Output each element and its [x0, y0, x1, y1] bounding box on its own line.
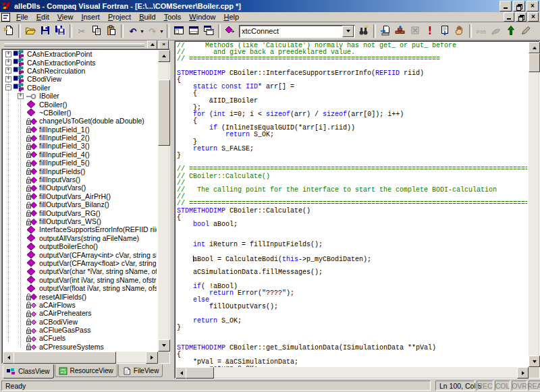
tree-vscroll-thumb[interactable] [158, 80, 170, 146]
tree-item-filloutputvars-rg[interactable]: fillOutputVars_RG() [3, 208, 157, 217]
wizardbar-combo[interactable]: xtcConnect [239, 25, 355, 38]
tree-hscrollbar[interactable] [3, 352, 158, 362]
tree-item-cboiler[interactable]: −CBoiler [3, 84, 157, 92]
close-button[interactable]: × [526, 1, 539, 11]
menu-help[interactable]: Help [219, 12, 243, 22]
tree-item-resetallfields[interactable]: resetAllFields() [3, 292, 157, 300]
toggle-output-button[interactable] [186, 24, 201, 38]
tree-scroll-down-button[interactable] [158, 339, 170, 352]
editor-scroll-down-button[interactable] [529, 356, 540, 367]
insert-breakpoint-button[interactable] [452, 24, 467, 38]
copy-button[interactable] [89, 24, 104, 38]
expand-box[interactable]: + [18, 93, 24, 99]
fortran-f95-button[interactable]: F95 [474, 24, 489, 38]
tree-item-cbodiview[interactable]: +CBodiView [3, 75, 157, 83]
tree-item-changeustoget-double-adouble[interactable]: changeUsToGet(double aDouble) [3, 117, 157, 125]
mdi-minimize-button[interactable] [504, 12, 514, 22]
editor-vscroll-thumb[interactable] [529, 53, 540, 72]
tree-item-outputvar-cfarray-float-cvar-string-sna[interactable]: outputVar(CFArray<float> cVar, string sN… [3, 259, 157, 267]
go-debug-button[interactable] [437, 24, 452, 38]
compile-button[interactable] [378, 24, 393, 38]
menu-tools[interactable]: Tools [160, 12, 186, 22]
save-button[interactable] [38, 24, 53, 38]
tree-item-fillinputfield-4[interactable]: fillInputField_4() [3, 150, 157, 159]
editor-scroll-right-button[interactable] [517, 367, 529, 379]
tree-item-acfluegaspass[interactable]: aCFlueGasPass [3, 326, 157, 334]
tree-vscrollbar[interactable] [158, 50, 169, 352]
new-file-button[interactable] [1, 24, 16, 38]
tree-hscroll-thumb[interactable] [14, 352, 116, 364]
pen-tool-button[interactable] [518, 24, 533, 38]
tree-item-fillinputfield-3[interactable]: fillInputField_3() [3, 142, 157, 150]
expand-box[interactable]: + [5, 76, 11, 82]
tree-item-outputvar-int-ivar-string-sname-ofstream[interactable]: outputVar(int iVar, string sName, ofstre… [3, 276, 157, 284]
collapse-box[interactable]: − [5, 84, 11, 90]
build-button[interactable] [393, 24, 408, 38]
restore-button[interactable] [513, 1, 525, 11]
menu-build[interactable]: Build [135, 12, 159, 22]
tree-item-filloutputvars-airprh[interactable]: fillOutputVars_AirPrH() [3, 192, 157, 200]
execute-program-button[interactable]: ! [423, 24, 437, 38]
tree-item-cashrecirculation[interactable]: +CAshRecirculation [3, 67, 157, 75]
tree-item-outputvar-float-ivar-string-sname-ofstrea[interactable]: outputVar(float iVar, string sName, ofst… [3, 284, 157, 292]
tab-classview[interactable]: ClassView [3, 364, 54, 379]
menu-project[interactable]: Project [104, 12, 135, 22]
tree-item-outputvar-cfarray-int-cvar-string-snam[interactable]: outputVar(CFArray<int> cVar, string sNam [3, 250, 157, 258]
find-in-files-button[interactable]: ? [356, 24, 371, 38]
menu-insert[interactable]: Insert [77, 12, 104, 22]
menu-view[interactable]: View [53, 12, 78, 22]
pane-close-button[interactable]: × [159, 40, 169, 49]
paste-button[interactable] [104, 24, 119, 38]
expand-box[interactable]: + [5, 59, 11, 65]
redo-button[interactable]: ↷ [145, 24, 160, 38]
editor-hscroll-thumb[interactable] [186, 367, 214, 379]
tree-item-cashextractionpoint[interactable]: +CAshExtractionPoint [3, 50, 157, 58]
undo-button[interactable]: ↶ [126, 24, 140, 38]
tree-item-fillinputfield-5[interactable]: fillInputField_5() [3, 159, 157, 167]
tree-item-acairpreheaters[interactable]: aCAirPreheaters [3, 309, 157, 317]
tree-item-acbodiview[interactable]: aCBodiView [3, 318, 157, 326]
tab-resourceview[interactable]: ResourceView [55, 364, 117, 377]
save-all-button[interactable] [53, 24, 68, 38]
open-file-button[interactable] [23, 24, 38, 38]
combo-dropdown-button[interactable] [342, 26, 354, 37]
expand-box[interactable]: + [5, 51, 11, 57]
tree-item-outputboilerecho[interactable]: outputBoilerEcho() [3, 242, 157, 250]
app-icon[interactable] [2, 1, 11, 11]
update-dependencies-button[interactable] [504, 24, 518, 38]
code-area[interactable]: // Methods (like 'Calculate') normaly ha… [176, 42, 527, 367]
tree-item-outputvar-char-ivar-string-sname-ofstre[interactable]: outputVar(char *iVar, string sName, ofst… [3, 267, 157, 275]
pane-dock-button[interactable] [147, 40, 157, 49]
tree-item-fillinputvars[interactable]: fillInputVars() [3, 175, 157, 184]
tree-item-acpressuresystems[interactable]: aCPressureSystems [3, 343, 157, 351]
mdi-document-icon[interactable] [1, 13, 10, 22]
fortran-tool-button[interactable] [489, 24, 504, 38]
tree-item-cboiler[interactable]: CBoiler() [3, 100, 157, 108]
tree-item-fillinputfield-2[interactable]: fillInputField_2() [3, 134, 157, 142]
tree-item-cboiler[interactable]: ~CBoiler() [3, 109, 157, 117]
tree-item-filloutputvars-bilanz[interactable]: fillOutputVars_Bilanz() [3, 200, 157, 208]
tree-item-fillinputfield-1[interactable]: fillInputField_1() [3, 125, 157, 134]
tab-fileview[interactable]: FileView [118, 364, 163, 377]
tree-item-outputallvars-string-afilename[interactable]: outputAllVars(string aFileName) [3, 234, 157, 242]
editor-vscrollbar[interactable] [529, 42, 539, 367]
tree-item-filloutputvars-ws[interactable]: fillOutputVars_WS() [3, 217, 157, 225]
tree-item-filloutputvars[interactable]: fillOutputVars() [3, 184, 157, 192]
window-manage-button[interactable] [201, 24, 216, 38]
tree-item-interfacesupportserrorinfo-refiid-riid[interactable]: InterfaceSupportsErrorInfo(REFIID riid) [3, 225, 157, 233]
cut-button[interactable]: ✂ [74, 24, 89, 38]
menu-file[interactable]: File [12, 12, 32, 22]
stop-build-button[interactable] [408, 24, 423, 38]
menu-edit[interactable]: Edit [32, 12, 53, 22]
toggle-workspace-button[interactable] [171, 24, 186, 38]
minimize-button[interactable] [500, 1, 512, 11]
tree-item-cashextractionpoints[interactable]: +CAshExtractionPoints [3, 58, 157, 66]
menu-window[interactable]: Window [185, 12, 219, 22]
mdi-restore-button[interactable] [516, 12, 526, 22]
expand-box[interactable]: + [5, 67, 11, 74]
dock-gripper[interactable] [4, 43, 144, 47]
code-editor[interactable]: // Methods (like 'Calculate') normaly ha… [174, 40, 540, 379]
tree-item-acairflows[interactable]: aCAirFlows [3, 301, 157, 309]
tree-scroll-right-button[interactable] [146, 352, 158, 364]
editor-hscrollbar[interactable] [176, 367, 529, 377]
